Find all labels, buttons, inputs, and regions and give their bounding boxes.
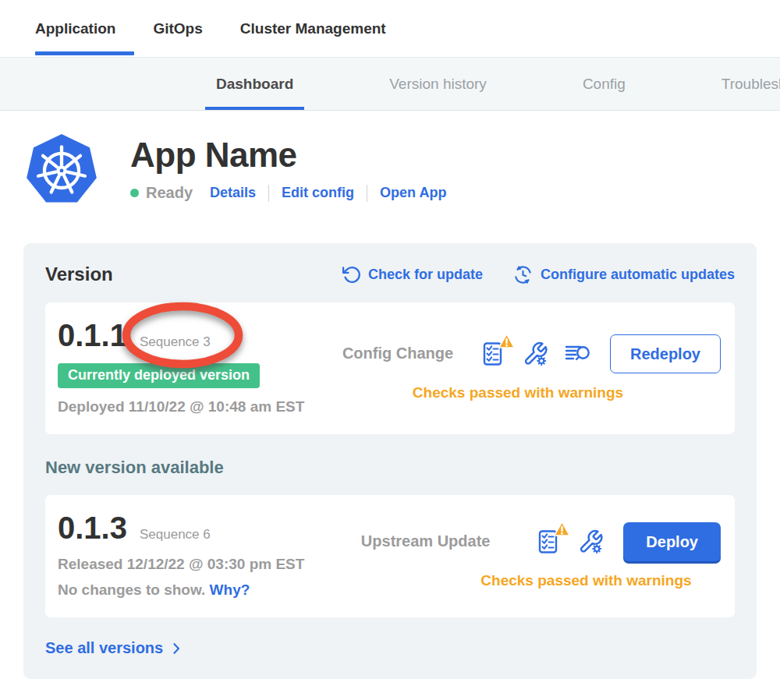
details-link[interactable]: Details (210, 185, 256, 201)
tab-gitops[interactable]: GitOps (153, 0, 202, 57)
open-app-link[interactable]: Open App (380, 185, 446, 201)
available-checks-status: Checks passed with warnings (315, 572, 721, 589)
auto-update-clock-icon (512, 264, 534, 285)
version-card: Version Check for update Configure autom… (23, 243, 757, 679)
no-changes-text: No changes to show. (58, 582, 205, 598)
tab-application[interactable]: Application (35, 0, 115, 57)
released-timestamp: Released 12/12/22 @ 03:30 pm EST (58, 556, 315, 573)
tab-config-label: Config (583, 76, 626, 93)
preflight-checks-icon[interactable] (480, 341, 507, 367)
check-for-update-button[interactable]: Check for update (342, 265, 483, 285)
current-version-info: 0.1.1 Sequence 3 Currently deployed vers… (58, 320, 315, 415)
available-version-sequence: Sequence 6 (140, 527, 211, 543)
tab-cluster-management[interactable]: Cluster Management (240, 0, 386, 57)
current-checks-status: Checks passed with warnings (315, 384, 721, 401)
tab-cluster-management-label: Cluster Management (240, 20, 386, 37)
see-all-versions-link[interactable]: See all versions (45, 639, 184, 657)
link-divider (367, 185, 367, 202)
version-card-title: Version (45, 263, 113, 285)
redeploy-button[interactable]: Redeploy (610, 334, 721, 373)
tab-version-history-label: Version history (389, 76, 487, 93)
deployed-timestamp: Deployed 11/10/22 @ 10:48 am EST (58, 398, 315, 415)
current-version-icons (480, 341, 591, 367)
app-status-row: Ready Details Edit config Open App (130, 184, 446, 202)
version-card-actions: Check for update Configure automatic upd… (342, 264, 735, 285)
tab-config[interactable]: Config (572, 58, 636, 110)
see-all-versions-label: See all versions (45, 639, 163, 657)
chevron-right-icon (168, 641, 184, 656)
status-dot-icon (130, 189, 139, 197)
tab-dashboard[interactable]: Dashboard (205, 58, 304, 110)
app-header: App Name Ready Details Edit config Open … (26, 133, 780, 207)
tab-application-label: Application (35, 20, 115, 37)
new-version-heading: New version available (45, 458, 735, 478)
version-card-header: Version Check for update Configure autom… (45, 263, 735, 285)
configure-automatic-updates-button[interactable]: Configure automatic updates (512, 264, 735, 285)
app-sub-nav: Dashboard Version history Config Trouble… (0, 58, 780, 111)
tab-troubleshoot[interactable]: Troubleshoot (711, 58, 780, 110)
top-nav: Application GitOps Cluster Management (0, 0, 780, 58)
refresh-icon (342, 265, 361, 285)
current-version-row: 0.1.1 Sequence 3 Currently deployed vers… (45, 302, 735, 434)
current-version-source: Config Change (315, 345, 480, 362)
edit-config-wrench-icon[interactable] (578, 529, 604, 555)
view-diff-magnifier-icon[interactable] (565, 341, 591, 367)
gear-icon (537, 356, 546, 365)
tab-gitops-label: GitOps (153, 20, 202, 37)
check-for-update-label: Check for update (368, 267, 483, 283)
status-badge: Ready (146, 184, 193, 202)
link-divider (268, 185, 269, 202)
warning-triangle-icon (553, 521, 571, 537)
available-version-number: 0.1.3 (58, 512, 127, 543)
tab-dashboard-label: Dashboard (216, 76, 293, 93)
deploy-button[interactable]: Deploy (623, 522, 721, 561)
current-version-sequence: Sequence 3 (140, 334, 211, 350)
available-version-row: 0.1.3 Sequence 6 Released 12/12/22 @ 03:… (45, 495, 735, 617)
currently-deployed-badge: Currently deployed version (58, 363, 260, 388)
why-link[interactable]: Why? (210, 582, 250, 598)
tab-troubleshoot-label: Troubleshoot (722, 76, 780, 93)
page-title: App Name (130, 136, 446, 175)
gear-icon (593, 544, 601, 553)
available-version-info: 0.1.3 Sequence 6 Released 12/12/22 @ 03:… (58, 512, 315, 599)
preflight-checks-icon[interactable] (536, 529, 562, 555)
kubernetes-logo-icon (26, 133, 98, 207)
current-version-number: 0.1.1 (58, 320, 127, 351)
configure-automatic-updates-label: Configure automatic updates (541, 267, 735, 283)
warning-triangle-icon (498, 333, 516, 349)
edit-config-wrench-icon[interactable] (523, 341, 549, 367)
available-version-icons (536, 529, 604, 555)
tab-version-history[interactable]: Version history (378, 58, 498, 110)
available-version-source: Upstream Update (315, 532, 536, 550)
edit-config-link[interactable]: Edit config (282, 185, 354, 201)
